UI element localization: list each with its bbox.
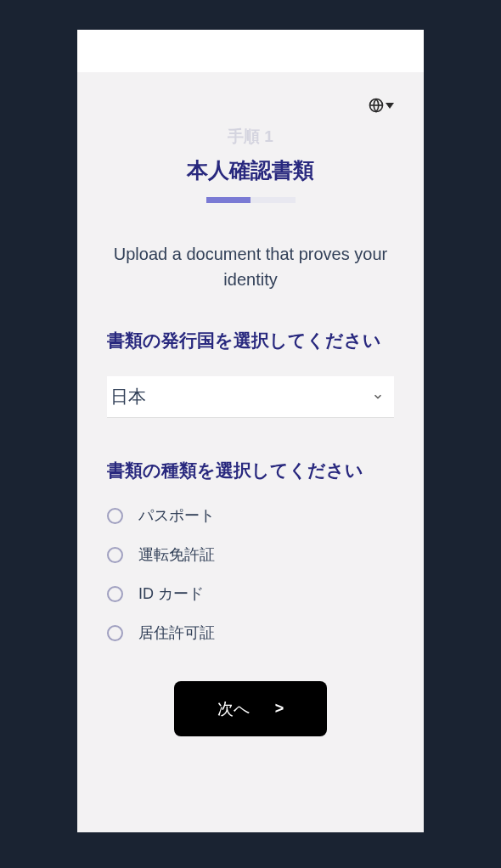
chevron-right-icon: > xyxy=(275,700,284,718)
globe-icon xyxy=(369,98,384,113)
next-button-label: 次へ xyxy=(217,698,250,720)
radio-id-card[interactable]: ID カード xyxy=(107,583,394,604)
country-section-label: 書類の発行国を選択してください xyxy=(107,326,394,355)
progress-fill xyxy=(206,197,251,203)
radio-circle xyxy=(107,547,123,563)
radio-label: ID カード xyxy=(138,583,204,604)
country-select[interactable]: 日本 xyxy=(107,376,394,418)
radio-residence-permit[interactable]: 居住許可証 xyxy=(107,623,394,643)
inner-panel: 手順 1 本人確認書類 Upload a document that prove… xyxy=(77,72,424,832)
country-value: 日本 xyxy=(110,385,146,409)
radio-label: パスポート xyxy=(138,505,215,526)
language-selector[interactable] xyxy=(107,98,394,113)
caret-down-icon xyxy=(386,103,394,109)
radio-passport[interactable]: パスポート xyxy=(107,505,394,526)
radio-drivers-license[interactable]: 運転免許証 xyxy=(107,544,394,565)
chevron-down-icon xyxy=(372,391,384,403)
radio-circle xyxy=(107,625,123,641)
verification-card: 手順 1 本人確認書類 Upload a document that prove… xyxy=(77,30,424,832)
subtitle: Upload a document that proves your ident… xyxy=(107,241,394,292)
progress-bar xyxy=(206,197,296,203)
radio-label: 運転免許証 xyxy=(138,544,215,565)
next-button[interactable]: 次へ > xyxy=(174,681,327,736)
doctype-section-label: 書類の種類を選択してください xyxy=(107,456,394,485)
radio-circle xyxy=(107,508,123,524)
page-title: 本人確認書類 xyxy=(107,156,394,184)
radio-label: 居住許可証 xyxy=(138,623,215,643)
doctype-radio-group: パスポート 運転免許証 ID カード 居住許可証 xyxy=(107,505,394,643)
radio-circle xyxy=(107,586,123,602)
step-label: 手順 1 xyxy=(107,126,394,148)
